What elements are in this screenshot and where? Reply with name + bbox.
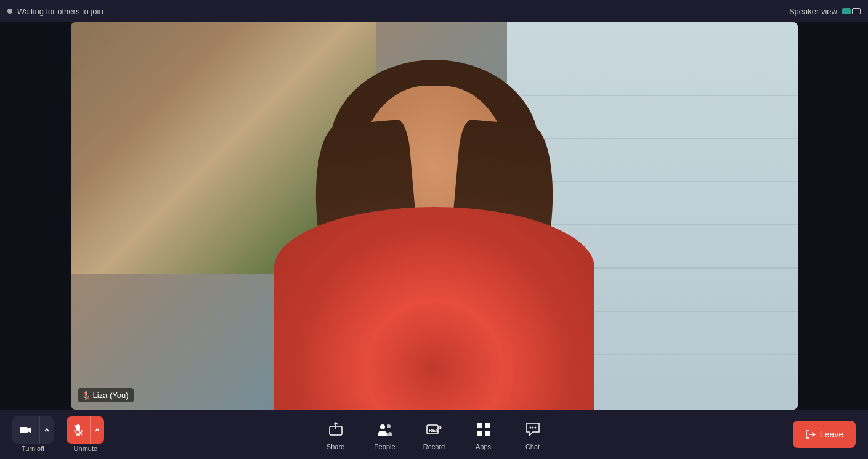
- camera-label: Turn off: [22, 445, 44, 452]
- people-icon: [376, 422, 394, 437]
- camera-btn-row: [12, 416, 54, 444]
- leave-label: Leave: [820, 429, 843, 439]
- svg-rect-17: [485, 423, 490, 428]
- mic-muted-icon: [83, 391, 89, 400]
- camera-chevron-button[interactable]: [39, 416, 54, 444]
- status-dot: [7, 9, 12, 14]
- mic-icon: [74, 424, 83, 436]
- chevron-up-icon-mic: [94, 427, 100, 433]
- chat-label: Chat: [525, 443, 540, 450]
- toolbar: Turn off: [0, 410, 868, 459]
- camera-button[interactable]: [12, 416, 39, 444]
- chevron-up-icon: [44, 427, 50, 433]
- mic-button[interactable]: [67, 416, 90, 444]
- toolbar-left: Turn off: [12, 416, 104, 452]
- camera-icon: [20, 426, 32, 434]
- svg-point-20: [529, 427, 531, 429]
- top-bar-right: Speaker view: [789, 7, 861, 16]
- single-view-icon: [842, 8, 851, 14]
- chat-icon: [525, 421, 541, 437]
- chat-button[interactable]: Chat: [517, 416, 549, 453]
- top-bar-left: Waiting for others to join: [7, 7, 103, 16]
- participant-name-label: Liza (You): [78, 388, 134, 402]
- waiting-status: Waiting for others to join: [17, 7, 103, 16]
- svg-rect-18: [477, 431, 482, 436]
- record-button[interactable]: REC Record: [418, 416, 450, 453]
- apps-icon: [476, 421, 492, 437]
- people-icon-wrap: [374, 418, 396, 441]
- svg-point-21: [532, 427, 533, 429]
- video-container: Liza (You): [71, 22, 798, 410]
- chat-icon-wrap: [522, 418, 544, 441]
- share-icon: [328, 421, 344, 437]
- record-label: Record: [423, 443, 445, 450]
- svg-rect-19: [485, 431, 490, 436]
- svg-point-11: [387, 424, 391, 428]
- mic-chevron-button[interactable]: [90, 416, 104, 444]
- person-torso: [274, 207, 594, 410]
- view-toggle[interactable]: [842, 8, 861, 14]
- leave-button[interactable]: Leave: [793, 421, 856, 448]
- svg-point-15: [439, 427, 440, 429]
- people-label: People: [374, 443, 395, 450]
- mic-btn-row: [67, 416, 104, 444]
- grid-view-icon: [852, 8, 861, 14]
- svg-text:REC: REC: [429, 428, 439, 433]
- record-icon-wrap: REC: [423, 418, 445, 441]
- leave-icon: [805, 429, 816, 440]
- record-icon: REC: [426, 422, 443, 437]
- mic-group: Unmute: [67, 416, 104, 452]
- top-bar: Waiting for others to join Speaker view: [0, 0, 868, 22]
- person-body: [234, 41, 635, 410]
- svg-rect-4: [20, 427, 28, 433]
- mic-label: Unmute: [74, 445, 98, 452]
- toolbar-center: Share People REC: [320, 416, 549, 453]
- svg-point-22: [534, 427, 536, 429]
- apps-button[interactable]: Apps: [468, 416, 500, 453]
- speaker-view-label: Speaker view: [789, 7, 837, 16]
- svg-point-10: [380, 424, 385, 429]
- leave-group: Leave: [793, 421, 856, 448]
- apps-label: Apps: [476, 443, 491, 450]
- share-icon-wrap: [325, 418, 347, 441]
- video-area: Liza (You): [0, 22, 868, 410]
- share-label: Share: [327, 443, 344, 450]
- apps-icon-wrap: [473, 418, 495, 441]
- video-background: Liza (You): [71, 22, 798, 410]
- toolbar-right: Leave: [793, 421, 856, 448]
- share-button[interactable]: Share: [320, 416, 352, 453]
- participant-name: Liza (You): [93, 391, 129, 400]
- svg-rect-16: [477, 423, 482, 428]
- camera-group: Turn off: [12, 416, 54, 452]
- people-button[interactable]: People: [369, 416, 401, 453]
